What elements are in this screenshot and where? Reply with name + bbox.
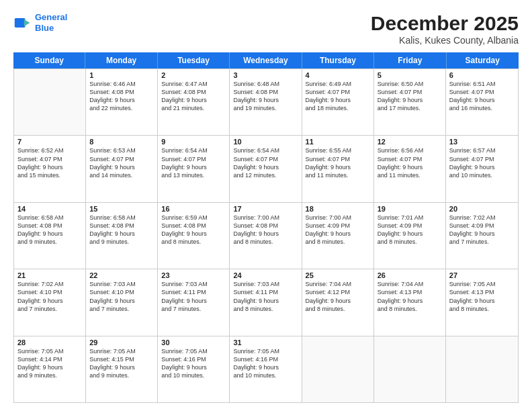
svg-marker-1 <box>24 19 30 26</box>
calendar-cell: 25Sunrise: 7:04 AM Sunset: 4:12 PM Dayli… <box>302 269 374 335</box>
header-day-tuesday: Tuesday <box>158 52 230 68</box>
logo: General Blue <box>13 12 67 33</box>
calendar-cell: 1Sunrise: 6:46 AM Sunset: 4:08 PM Daylig… <box>86 69 158 135</box>
day-number: 10 <box>233 138 298 146</box>
calendar-cell: 29Sunrise: 7:05 AM Sunset: 4:15 PM Dayli… <box>86 336 158 402</box>
calendar-cell: 15Sunrise: 6:58 AM Sunset: 4:08 PM Dayli… <box>86 203 158 269</box>
cell-info: Sunrise: 7:05 AM Sunset: 4:15 PM Dayligh… <box>89 347 154 380</box>
cell-info: Sunrise: 7:00 AM Sunset: 4:08 PM Dayligh… <box>233 214 298 246</box>
calendar-cell: 4Sunrise: 6:49 AM Sunset: 4:07 PM Daylig… <box>302 69 374 135</box>
calendar-row-2: 14Sunrise: 6:58 AM Sunset: 4:08 PM Dayli… <box>14 202 518 269</box>
cell-info: Sunrise: 6:59 AM Sunset: 4:08 PM Dayligh… <box>161 214 226 246</box>
day-number: 20 <box>449 205 515 213</box>
logo-line2: Blue <box>35 23 54 33</box>
cell-info: Sunrise: 6:48 AM Sunset: 4:08 PM Dayligh… <box>233 80 298 113</box>
cell-info: Sunrise: 6:47 AM Sunset: 4:08 PM Dayligh… <box>161 80 226 113</box>
day-number: 9 <box>161 138 226 146</box>
day-number: 2 <box>161 71 226 79</box>
day-number: 24 <box>233 271 298 279</box>
cell-info: Sunrise: 7:05 AM Sunset: 4:14 PM Dayligh… <box>17 347 82 380</box>
calendar-cell: 30Sunrise: 7:05 AM Sunset: 4:16 PM Dayli… <box>158 336 230 402</box>
cell-info: Sunrise: 7:02 AM Sunset: 4:10 PM Dayligh… <box>17 280 82 313</box>
calendar-cell: 19Sunrise: 7:01 AM Sunset: 4:09 PM Dayli… <box>374 203 446 269</box>
calendar-cell: 20Sunrise: 7:02 AM Sunset: 4:09 PM Dayli… <box>446 203 518 269</box>
calendar-cell: 14Sunrise: 6:58 AM Sunset: 4:08 PM Dayli… <box>14 203 86 269</box>
calendar-cell <box>446 336 518 402</box>
calendar-cell: 2Sunrise: 6:47 AM Sunset: 4:08 PM Daylig… <box>158 69 230 135</box>
calendar-cell: 26Sunrise: 7:04 AM Sunset: 4:13 PM Dayli… <box>374 269 446 335</box>
calendar-cell: 17Sunrise: 7:00 AM Sunset: 4:08 PM Dayli… <box>230 203 302 269</box>
main-title: December 2025 <box>371 12 519 35</box>
cell-info: Sunrise: 6:58 AM Sunset: 4:08 PM Dayligh… <box>89 214 154 246</box>
calendar-body: 1Sunrise: 6:46 AM Sunset: 4:08 PM Daylig… <box>13 68 519 403</box>
calendar-row-4: 28Sunrise: 7:05 AM Sunset: 4:14 PM Dayli… <box>14 336 518 402</box>
calendar-row-3: 21Sunrise: 7:02 AM Sunset: 4:10 PM Dayli… <box>14 269 518 335</box>
calendar-cell: 24Sunrise: 7:03 AM Sunset: 4:11 PM Dayli… <box>230 269 302 335</box>
calendar-cell: 31Sunrise: 7:05 AM Sunset: 4:16 PM Dayli… <box>230 336 302 402</box>
page: General Blue December 2025 Kalis, Kukes … <box>0 0 532 411</box>
day-number: 7 <box>17 138 82 146</box>
day-number: 6 <box>449 71 515 79</box>
calendar-cell <box>302 336 374 402</box>
cell-info: Sunrise: 6:51 AM Sunset: 4:07 PM Dayligh… <box>449 80 515 113</box>
cell-info: Sunrise: 6:50 AM Sunset: 4:07 PM Dayligh… <box>378 80 442 113</box>
header: General Blue December 2025 Kalis, Kukes … <box>13 12 519 46</box>
calendar-cell: 7Sunrise: 6:52 AM Sunset: 4:07 PM Daylig… <box>14 136 86 201</box>
day-number: 8 <box>89 138 154 146</box>
cell-info: Sunrise: 6:49 AM Sunset: 4:07 PM Dayligh… <box>306 80 370 113</box>
day-number: 3 <box>233 71 298 79</box>
day-number: 12 <box>378 138 442 146</box>
day-number: 25 <box>306 271 370 279</box>
day-number: 14 <box>17 205 82 213</box>
day-number: 4 <box>306 71 370 79</box>
calendar-cell: 16Sunrise: 6:59 AM Sunset: 4:08 PM Dayli… <box>158 203 230 269</box>
header-day-monday: Monday <box>85 52 157 68</box>
cell-info: Sunrise: 7:02 AM Sunset: 4:09 PM Dayligh… <box>449 214 515 246</box>
cell-info: Sunrise: 7:03 AM Sunset: 4:11 PM Dayligh… <box>161 280 226 313</box>
calendar-cell: 6Sunrise: 6:51 AM Sunset: 4:07 PM Daylig… <box>446 69 518 135</box>
calendar-header: SundayMondayTuesdayWednesdayThursdayFrid… <box>13 52 519 68</box>
calendar-cell: 11Sunrise: 6:55 AM Sunset: 4:07 PM Dayli… <box>302 136 374 201</box>
day-number: 21 <box>17 271 82 279</box>
cell-info: Sunrise: 7:01 AM Sunset: 4:09 PM Dayligh… <box>378 214 442 246</box>
cell-info: Sunrise: 6:53 AM Sunset: 4:07 PM Dayligh… <box>89 146 154 179</box>
calendar-cell: 10Sunrise: 6:54 AM Sunset: 4:07 PM Dayli… <box>230 136 302 201</box>
calendar-cell: 13Sunrise: 6:57 AM Sunset: 4:07 PM Dayli… <box>446 136 518 201</box>
calendar-cell: 22Sunrise: 7:03 AM Sunset: 4:10 PM Dayli… <box>86 269 158 335</box>
calendar-cell <box>14 69 86 135</box>
cell-info: Sunrise: 6:56 AM Sunset: 4:07 PM Dayligh… <box>378 146 442 179</box>
cell-info: Sunrise: 6:54 AM Sunset: 4:07 PM Dayligh… <box>161 146 226 179</box>
logo-icon <box>13 13 32 32</box>
header-day-saturday: Saturday <box>447 52 519 68</box>
cell-info: Sunrise: 7:05 AM Sunset: 4:16 PM Dayligh… <box>233 347 298 380</box>
calendar-row-0: 1Sunrise: 6:46 AM Sunset: 4:08 PM Daylig… <box>14 68 518 135</box>
cell-info: Sunrise: 7:04 AM Sunset: 4:13 PM Dayligh… <box>378 280 442 313</box>
day-number: 27 <box>449 271 515 279</box>
calendar-cell: 28Sunrise: 7:05 AM Sunset: 4:14 PM Dayli… <box>14 336 86 402</box>
cell-info: Sunrise: 7:03 AM Sunset: 4:11 PM Dayligh… <box>233 280 298 313</box>
cell-info: Sunrise: 6:54 AM Sunset: 4:07 PM Dayligh… <box>233 146 298 179</box>
day-number: 29 <box>89 338 154 347</box>
day-number: 11 <box>306 138 370 146</box>
day-number: 17 <box>233 205 298 213</box>
day-number: 26 <box>378 271 442 279</box>
calendar-cell: 8Sunrise: 6:53 AM Sunset: 4:07 PM Daylig… <box>86 136 158 201</box>
cell-info: Sunrise: 6:58 AM Sunset: 4:08 PM Dayligh… <box>17 214 82 246</box>
day-number: 23 <box>161 271 226 279</box>
calendar-cell: 3Sunrise: 6:48 AM Sunset: 4:08 PM Daylig… <box>230 69 302 135</box>
calendar-cell: 23Sunrise: 7:03 AM Sunset: 4:11 PM Dayli… <box>158 269 230 335</box>
calendar-cell: 5Sunrise: 6:50 AM Sunset: 4:07 PM Daylig… <box>374 69 446 135</box>
calendar-cell <box>374 336 446 402</box>
day-number: 19 <box>378 205 442 213</box>
subtitle: Kalis, Kukes County, Albania <box>371 35 519 46</box>
cell-info: Sunrise: 6:57 AM Sunset: 4:07 PM Dayligh… <box>449 146 515 179</box>
header-day-sunday: Sunday <box>13 52 85 68</box>
header-day-friday: Friday <box>374 52 446 68</box>
header-day-wednesday: Wednesday <box>230 52 302 68</box>
day-number: 1 <box>89 71 154 79</box>
calendar-cell: 18Sunrise: 7:00 AM Sunset: 4:09 PM Dayli… <box>302 203 374 269</box>
cell-info: Sunrise: 6:55 AM Sunset: 4:07 PM Dayligh… <box>306 146 370 179</box>
day-number: 30 <box>161 338 226 347</box>
cell-info: Sunrise: 7:04 AM Sunset: 4:12 PM Dayligh… <box>306 280 370 313</box>
cell-info: Sunrise: 6:46 AM Sunset: 4:08 PM Dayligh… <box>89 80 154 113</box>
